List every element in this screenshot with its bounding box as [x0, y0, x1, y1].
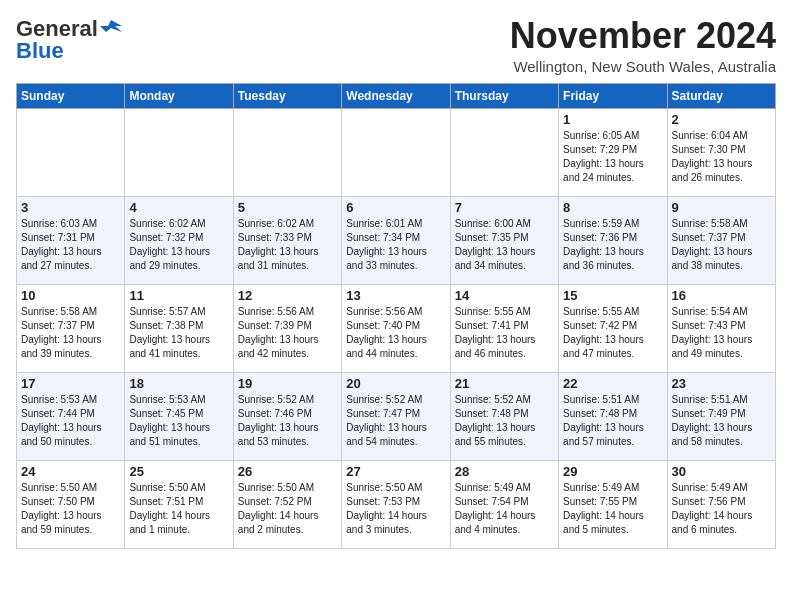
- day-number: 3: [21, 200, 120, 215]
- day-info: Sunrise: 5:55 AM Sunset: 7:41 PM Dayligh…: [455, 305, 554, 361]
- calendar-cell: 23Sunrise: 5:51 AM Sunset: 7:49 PM Dayli…: [667, 372, 775, 460]
- day-info: Sunrise: 5:52 AM Sunset: 7:48 PM Dayligh…: [455, 393, 554, 449]
- day-number: 11: [129, 288, 228, 303]
- day-info: Sunrise: 6:02 AM Sunset: 7:33 PM Dayligh…: [238, 217, 337, 273]
- day-info: Sunrise: 5:56 AM Sunset: 7:40 PM Dayligh…: [346, 305, 445, 361]
- calendar-header: SundayMondayTuesdayWednesdayThursdayFrid…: [17, 83, 776, 108]
- day-info: Sunrise: 5:53 AM Sunset: 7:44 PM Dayligh…: [21, 393, 120, 449]
- day-info: Sunrise: 6:03 AM Sunset: 7:31 PM Dayligh…: [21, 217, 120, 273]
- calendar-cell: 22Sunrise: 5:51 AM Sunset: 7:48 PM Dayli…: [559, 372, 667, 460]
- calendar-cell: 5Sunrise: 6:02 AM Sunset: 7:33 PM Daylig…: [233, 196, 341, 284]
- day-number: 27: [346, 464, 445, 479]
- page-header: General Blue November 2024 Wellington, N…: [16, 16, 776, 75]
- header-day-tuesday: Tuesday: [233, 83, 341, 108]
- day-number: 6: [346, 200, 445, 215]
- day-info: Sunrise: 5:53 AM Sunset: 7:45 PM Dayligh…: [129, 393, 228, 449]
- day-number: 21: [455, 376, 554, 391]
- calendar-cell: 14Sunrise: 5:55 AM Sunset: 7:41 PM Dayli…: [450, 284, 558, 372]
- day-info: Sunrise: 5:59 AM Sunset: 7:36 PM Dayligh…: [563, 217, 662, 273]
- day-number: 25: [129, 464, 228, 479]
- calendar-cell: 2Sunrise: 6:04 AM Sunset: 7:30 PM Daylig…: [667, 108, 775, 196]
- calendar-cell: 21Sunrise: 5:52 AM Sunset: 7:48 PM Dayli…: [450, 372, 558, 460]
- day-number: 28: [455, 464, 554, 479]
- header-row: SundayMondayTuesdayWednesdayThursdayFrid…: [17, 83, 776, 108]
- calendar-cell: 13Sunrise: 5:56 AM Sunset: 7:40 PM Dayli…: [342, 284, 450, 372]
- day-number: 17: [21, 376, 120, 391]
- calendar-body: 1Sunrise: 6:05 AM Sunset: 7:29 PM Daylig…: [17, 108, 776, 548]
- day-info: Sunrise: 5:50 AM Sunset: 7:53 PM Dayligh…: [346, 481, 445, 537]
- calendar-cell: 24Sunrise: 5:50 AM Sunset: 7:50 PM Dayli…: [17, 460, 125, 548]
- calendar-cell: 10Sunrise: 5:58 AM Sunset: 7:37 PM Dayli…: [17, 284, 125, 372]
- calendar-cell: 15Sunrise: 5:55 AM Sunset: 7:42 PM Dayli…: [559, 284, 667, 372]
- calendar-cell: [342, 108, 450, 196]
- day-info: Sunrise: 5:49 AM Sunset: 7:54 PM Dayligh…: [455, 481, 554, 537]
- month-title: November 2024: [510, 16, 776, 56]
- day-info: Sunrise: 5:52 AM Sunset: 7:46 PM Dayligh…: [238, 393, 337, 449]
- calendar-cell: 28Sunrise: 5:49 AM Sunset: 7:54 PM Dayli…: [450, 460, 558, 548]
- day-number: 5: [238, 200, 337, 215]
- logo-bird-icon: [100, 18, 122, 40]
- day-number: 18: [129, 376, 228, 391]
- day-number: 20: [346, 376, 445, 391]
- day-number: 4: [129, 200, 228, 215]
- calendar-week-4: 17Sunrise: 5:53 AM Sunset: 7:44 PM Dayli…: [17, 372, 776, 460]
- day-number: 10: [21, 288, 120, 303]
- day-number: 24: [21, 464, 120, 479]
- calendar-cell: 4Sunrise: 6:02 AM Sunset: 7:32 PM Daylig…: [125, 196, 233, 284]
- calendar-cell: [450, 108, 558, 196]
- day-info: Sunrise: 5:56 AM Sunset: 7:39 PM Dayligh…: [238, 305, 337, 361]
- day-info: Sunrise: 5:58 AM Sunset: 7:37 PM Dayligh…: [672, 217, 771, 273]
- day-info: Sunrise: 5:51 AM Sunset: 7:49 PM Dayligh…: [672, 393, 771, 449]
- day-number: 15: [563, 288, 662, 303]
- location-subtitle: Wellington, New South Wales, Australia: [510, 58, 776, 75]
- day-number: 13: [346, 288, 445, 303]
- calendar-cell: [125, 108, 233, 196]
- day-number: 14: [455, 288, 554, 303]
- day-info: Sunrise: 5:54 AM Sunset: 7:43 PM Dayligh…: [672, 305, 771, 361]
- day-number: 8: [563, 200, 662, 215]
- calendar-cell: 11Sunrise: 5:57 AM Sunset: 7:38 PM Dayli…: [125, 284, 233, 372]
- calendar-cell: 3Sunrise: 6:03 AM Sunset: 7:31 PM Daylig…: [17, 196, 125, 284]
- calendar-cell: 6Sunrise: 6:01 AM Sunset: 7:34 PM Daylig…: [342, 196, 450, 284]
- day-number: 9: [672, 200, 771, 215]
- header-day-thursday: Thursday: [450, 83, 558, 108]
- calendar-cell: 20Sunrise: 5:52 AM Sunset: 7:47 PM Dayli…: [342, 372, 450, 460]
- day-number: 30: [672, 464, 771, 479]
- day-number: 23: [672, 376, 771, 391]
- day-number: 29: [563, 464, 662, 479]
- day-number: 22: [563, 376, 662, 391]
- day-info: Sunrise: 5:50 AM Sunset: 7:51 PM Dayligh…: [129, 481, 228, 537]
- header-day-friday: Friday: [559, 83, 667, 108]
- day-number: 1: [563, 112, 662, 127]
- calendar-cell: 19Sunrise: 5:52 AM Sunset: 7:46 PM Dayli…: [233, 372, 341, 460]
- day-info: Sunrise: 6:02 AM Sunset: 7:32 PM Dayligh…: [129, 217, 228, 273]
- header-day-saturday: Saturday: [667, 83, 775, 108]
- calendar-week-5: 24Sunrise: 5:50 AM Sunset: 7:50 PM Dayli…: [17, 460, 776, 548]
- calendar-cell: 30Sunrise: 5:49 AM Sunset: 7:56 PM Dayli…: [667, 460, 775, 548]
- day-info: Sunrise: 5:50 AM Sunset: 7:50 PM Dayligh…: [21, 481, 120, 537]
- calendar-cell: [17, 108, 125, 196]
- day-info: Sunrise: 6:01 AM Sunset: 7:34 PM Dayligh…: [346, 217, 445, 273]
- svg-marker-0: [100, 20, 122, 32]
- logo-blue-text: Blue: [16, 38, 64, 64]
- day-number: 2: [672, 112, 771, 127]
- day-info: Sunrise: 5:49 AM Sunset: 7:55 PM Dayligh…: [563, 481, 662, 537]
- calendar-cell: 9Sunrise: 5:58 AM Sunset: 7:37 PM Daylig…: [667, 196, 775, 284]
- calendar-cell: 27Sunrise: 5:50 AM Sunset: 7:53 PM Dayli…: [342, 460, 450, 548]
- calendar-cell: 8Sunrise: 5:59 AM Sunset: 7:36 PM Daylig…: [559, 196, 667, 284]
- day-info: Sunrise: 5:51 AM Sunset: 7:48 PM Dayligh…: [563, 393, 662, 449]
- day-info: Sunrise: 5:58 AM Sunset: 7:37 PM Dayligh…: [21, 305, 120, 361]
- calendar-cell: 1Sunrise: 6:05 AM Sunset: 7:29 PM Daylig…: [559, 108, 667, 196]
- day-info: Sunrise: 5:52 AM Sunset: 7:47 PM Dayligh…: [346, 393, 445, 449]
- day-number: 16: [672, 288, 771, 303]
- day-number: 7: [455, 200, 554, 215]
- day-info: Sunrise: 6:05 AM Sunset: 7:29 PM Dayligh…: [563, 129, 662, 185]
- calendar-cell: 25Sunrise: 5:50 AM Sunset: 7:51 PM Dayli…: [125, 460, 233, 548]
- day-number: 12: [238, 288, 337, 303]
- calendar-week-2: 3Sunrise: 6:03 AM Sunset: 7:31 PM Daylig…: [17, 196, 776, 284]
- calendar-week-3: 10Sunrise: 5:58 AM Sunset: 7:37 PM Dayli…: [17, 284, 776, 372]
- calendar-cell: 26Sunrise: 5:50 AM Sunset: 7:52 PM Dayli…: [233, 460, 341, 548]
- day-info: Sunrise: 5:57 AM Sunset: 7:38 PM Dayligh…: [129, 305, 228, 361]
- calendar-cell: 17Sunrise: 5:53 AM Sunset: 7:44 PM Dayli…: [17, 372, 125, 460]
- day-info: Sunrise: 6:00 AM Sunset: 7:35 PM Dayligh…: [455, 217, 554, 273]
